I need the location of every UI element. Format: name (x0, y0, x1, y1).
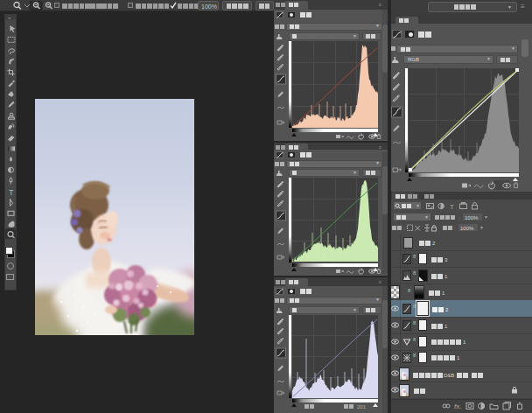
svg-text:T: T (450, 203, 454, 210)
svg-text:fx.: fx. (454, 402, 461, 410)
svg-text:T: T (9, 188, 14, 197)
